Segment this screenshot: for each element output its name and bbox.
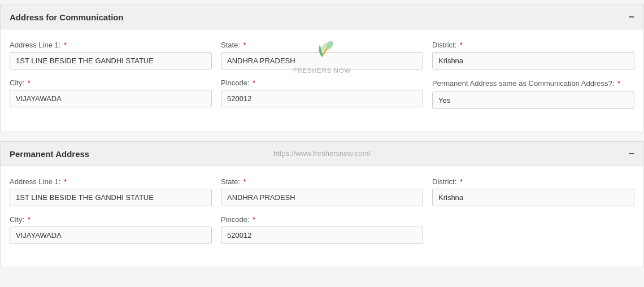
perm-district-label: District: * [432,177,634,186]
permanent-address-section: Permanent Address https://www.freshersno… [0,141,644,267]
perm-address-line1-label: Address Line 1: * [10,177,212,186]
comm-state-group: State: * [221,41,423,69]
perm-city-input[interactable] [10,227,212,244]
perm-row2: City: * Pincode: * [10,215,634,244]
communication-address-header: Address for Communication − [1,5,643,29]
comm-address-line1-input[interactable] [10,52,212,69]
perm-state-group: State: * [221,177,423,206]
comm-pincode-input[interactable] [221,90,423,107]
perm-district-input[interactable] [432,189,634,206]
perm-pincode-group: Pincode: * [221,215,423,244]
comm-district-label: District: * [432,41,634,49]
perm-city-label: City: * [10,215,212,224]
comm-pincode-group: Pincode: * [221,79,423,109]
communication-address-section: Address for Communication − FRESHERS NOW [0,5,644,132]
comm-address-line1-label: Address Line 1: * [10,41,212,49]
perm-row1: Address Line 1: * State: * District: * [10,177,634,206]
perm-city-group: City: * [10,215,212,244]
comm-district-input[interactable] [432,52,634,69]
comm-state-label: State: * [221,41,423,49]
permanent-collapse-icon[interactable]: − [628,149,634,159]
perm-district-group: District: * [432,177,634,206]
comm-city-input[interactable] [10,90,212,107]
comm-city-group: City: * [10,79,212,109]
communication-address-title: Address for Communication [10,12,124,22]
communication-collapse-icon[interactable]: − [628,12,634,22]
page-wrapper: Address for Communication − FRESHERS NOW [0,0,644,287]
perm-state-label: State: * [221,177,423,186]
perm-pincode-label: Pincode: * [221,215,423,224]
comm-permanent-same-input[interactable] [432,92,634,109]
comm-district-group: District: * [432,41,634,69]
permanent-address-title: Permanent Address [10,149,89,159]
permanent-address-header: Permanent Address https://www.freshersno… [1,142,643,166]
comm-pincode-label: Pincode: * [221,79,423,87]
perm-address-line1-input[interactable] [10,189,212,206]
comm-row1: Address Line 1: * State: * District: * [10,41,634,69]
comm-city-label: City: * [10,79,212,87]
perm-pincode-input[interactable] [221,227,423,244]
perm-state-input[interactable] [221,189,423,206]
communication-address-body: Address Line 1: * State: * District: * [1,29,643,132]
watermark-url: https://www.freshersnow.com/ [273,149,371,158]
comm-state-input[interactable] [221,52,423,69]
comm-permanent-same-label: Permanent Address same as Communication … [432,79,634,89]
comm-address-line1-group: Address Line 1: * [10,41,212,69]
comm-row2: City: * Pincode: * Permanent Address sam… [10,79,634,109]
perm-empty-group [432,215,634,244]
perm-address-line1-group: Address Line 1: * [10,177,212,206]
comm-permanent-same-group: Permanent Address same as Communication … [432,79,634,109]
permanent-address-body: Address Line 1: * State: * District: * [1,166,643,267]
